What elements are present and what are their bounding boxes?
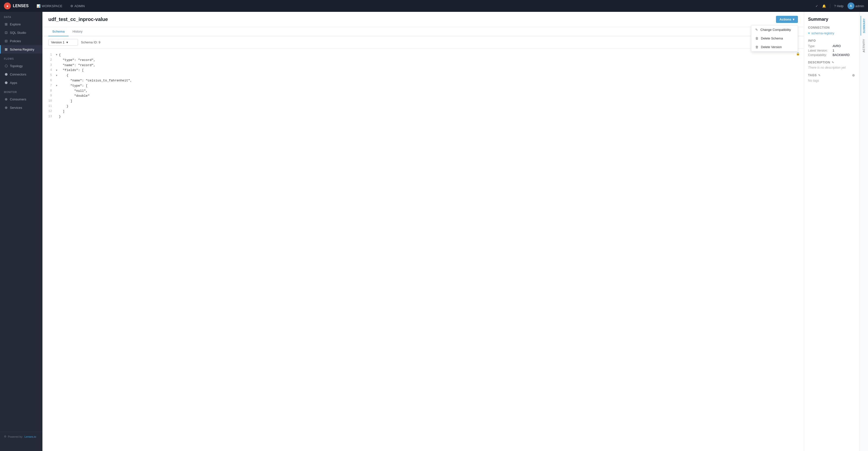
app-title: LENSES — [13, 4, 29, 8]
check-icon-btn[interactable]: ✓ — [815, 4, 818, 8]
line-content: "double" — [59, 94, 798, 99]
fold-arrow[interactable]: ▼ — [56, 73, 59, 78]
info-grid: Type: AVRO Latest Version: 1 Compatabili… — [808, 44, 855, 57]
line-content: ] — [59, 99, 798, 104]
line-number: 3 — [49, 63, 56, 68]
sidebar-item-sql-studio[interactable]: ⊡ SQL Studio — [0, 28, 42, 37]
line-content: } — [59, 114, 798, 120]
tab-history[interactable]: History — [69, 27, 86, 36]
line-number: 4 — [49, 68, 56, 73]
line-number: 8 — [49, 89, 56, 94]
sql-studio-label: SQL Studio — [10, 31, 26, 35]
connectors-icon: ⬢ — [5, 72, 8, 76]
line-number: 2 — [49, 58, 56, 63]
add-tag-icon[interactable]: ⊕ — [852, 73, 855, 77]
main-layout: DATA ⊞ Explore ⊡ SQL Studio ⊟ Policies ⊠… — [0, 12, 868, 451]
fold-arrow — [56, 94, 59, 99]
line-content: ] — [59, 109, 798, 114]
nav-divider — [830, 3, 830, 8]
footer-settings-icon[interactable]: ⚙ — [4, 435, 6, 438]
line-content: "name": "celsius_to_fahrenheit", — [59, 78, 798, 84]
schema-registry-connection-link[interactable]: ≡ schema-registry — [808, 31, 855, 35]
workspace-link[interactable]: 📊 WORKSPACE — [35, 3, 64, 9]
description-section: Description ✎ There is no description ye… — [808, 61, 855, 69]
tags-title: Tags ✎ ⊕ — [808, 73, 855, 77]
sidebar-item-apps[interactable]: ⬣ Apps — [0, 78, 42, 87]
rpanel-tab-summary[interactable]: SUMMARY — [861, 16, 867, 35]
gear-icon: ⚙ — [70, 4, 73, 8]
right-panel-tabs: SUMMARY ACTIVITY — [859, 12, 868, 451]
latest-version-value: 1 — [833, 49, 856, 52]
fold-arrow — [56, 89, 59, 94]
schema-id: Schema ID: 9 — [81, 40, 100, 44]
description-text: There is no description yet — [808, 66, 855, 69]
apps-label: Apps — [10, 81, 17, 85]
delete-schema-icon: 🗑 — [755, 36, 758, 40]
sidebar-item-policies[interactable]: ⊟ Policies — [0, 37, 42, 45]
version-selector[interactable]: Version 1 ▾ — [49, 39, 78, 46]
dropdown-item-change-compatibility[interactable]: ✎ Change Compatibility — [751, 25, 798, 34]
code-editor: 🔒 1▼{2 "type": "record",3 "name": "recor… — [42, 49, 804, 451]
info-section-label: Info — [808, 39, 855, 42]
fold-arrow — [56, 109, 59, 114]
services-icon: ⊗ — [5, 106, 8, 109]
sidebar-item-schema-registry[interactable]: ⊠ Schema Registry — [0, 45, 42, 54]
code-line-7: 7▼ "type": [ — [49, 84, 798, 89]
bell-icon-btn[interactable]: 🔔 — [822, 4, 826, 8]
code-line-13: 13} — [49, 114, 798, 120]
line-number: 9 — [49, 94, 56, 99]
sidebar-item-consumers[interactable]: ⊕ Consumers — [0, 95, 42, 103]
sql-icon: ⊡ — [5, 31, 8, 35]
user-menu[interactable]: A admin — [847, 2, 864, 9]
apps-icon: ⬣ — [5, 81, 8, 85]
summary-title: Summary — [808, 17, 855, 22]
admin-link[interactable]: ⚙ ADMIN — [68, 3, 87, 9]
type-label: Type: — [808, 44, 831, 48]
page-title: udf_test_cc_inproc-value — [49, 17, 108, 22]
sidebar-item-connectors[interactable]: ⬢ Connectors — [0, 70, 42, 78]
sidebar-item-explore[interactable]: ⊞ Explore — [0, 20, 42, 28]
tabs-bar: Schema History — [42, 27, 804, 36]
fold-arrow[interactable]: ▼ — [56, 53, 59, 58]
data-section-label: DATA — [0, 12, 42, 20]
app-logo[interactable]: ● LENSES — [4, 2, 29, 9]
code-line-9: 9 "double" — [49, 94, 798, 99]
delete-version-icon: 🗑 — [755, 45, 758, 49]
actions-label: Actions — [779, 18, 791, 21]
actions-dropdown-menu: ✎ Change Compatibility 🗑 Delete Schema 🗑… — [751, 25, 798, 52]
sidebar-item-services[interactable]: ⊗ Services — [0, 103, 42, 112]
line-number: 10 — [49, 99, 56, 104]
tags-edit-icon[interactable]: ✎ — [818, 74, 820, 77]
actions-button[interactable]: Actions ▾ — [776, 16, 798, 23]
code-table: 1▼{2 "type": "record",3 "name": "record"… — [49, 53, 798, 119]
code-line-12: 12 ] — [49, 109, 798, 114]
line-number: 7 — [49, 84, 56, 89]
lock-icon: 🔒 — [796, 52, 800, 57]
avatar: A — [847, 2, 855, 9]
dropdown-item-delete-schema[interactable]: 🗑 Delete Schema — [751, 34, 798, 43]
description-edit-icon[interactable]: ✎ — [832, 61, 834, 64]
chevron-down-icon: ▾ — [66, 40, 68, 44]
help-link[interactable]: ? Help — [834, 4, 844, 8]
chart-icon: 📊 — [36, 4, 40, 8]
sidebar-item-topology[interactable]: ⬡ Topology — [0, 62, 42, 70]
change-compat-icon: ✎ — [755, 28, 758, 32]
line-content: "fields": [ — [59, 68, 798, 73]
tab-schema[interactable]: Schema — [49, 27, 69, 36]
connection-section-label: Connection — [808, 26, 855, 29]
dropdown-item-delete-version[interactable]: 🗑 Delete Version — [751, 43, 798, 51]
main-content: udf_test_cc_inproc-value Actions ▾ ✎ Cha… — [42, 12, 804, 451]
compatibility-label: Compatability: — [808, 53, 831, 57]
line-content: { — [59, 53, 798, 58]
sidebar-footer: ⚙ Powered by: Lenses.io — [0, 432, 42, 441]
tags-text: No tags — [808, 79, 855, 83]
rpanel-tab-activity[interactable]: ACTIVITY — [861, 36, 867, 55]
footer-link[interactable]: Lenses.io — [24, 435, 36, 438]
code-line-8: 8 "null", — [49, 89, 798, 94]
fold-arrow[interactable]: ▼ — [56, 68, 59, 73]
code-line-3: 3 "name": "record", — [49, 63, 798, 68]
fold-arrow[interactable]: ▼ — [56, 84, 59, 89]
line-content: } — [59, 104, 798, 109]
code-line-2: 2 "type": "record", — [49, 58, 798, 63]
connectors-label: Connectors — [10, 72, 26, 76]
